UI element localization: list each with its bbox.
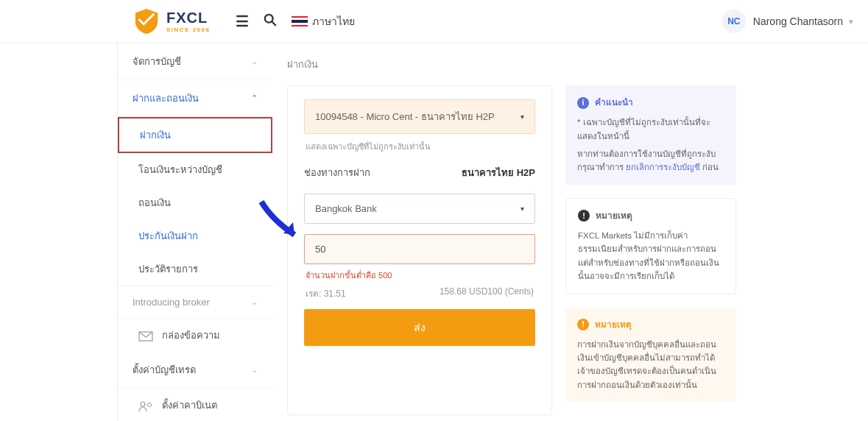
avatar: NC — [722, 10, 746, 33]
info-column: i คำแนะนำ * เฉพาะบัญชีที่ไม่ถูกระงับเท่า… — [565, 85, 736, 415]
rate-label: เรต: 31.51 — [306, 286, 346, 300]
sidebar-item-withdraw[interactable]: ถอนเงิน — [118, 186, 272, 219]
info-text: การฝากเงินจากบัญชีบุคคลอื่นและถอนเงินเข้… — [577, 338, 724, 392]
sidebar: จัดการบัญชี ⌄ ฝากและถอนเงิน ⌃ ฝากเงิน โอ… — [118, 43, 272, 421]
chevron-down-icon: ▾ — [849, 17, 853, 26]
left-margin — [0, 43, 118, 421]
envelope-icon — [138, 331, 153, 342]
info-box-tip: i คำแนะนำ * เฉพาะบัญชีที่ไม่ถูกระงับเท่า… — [565, 85, 736, 185]
user-menu[interactable]: NC Narong Chantasorn ▾ — [722, 10, 853, 33]
shield-icon — [133, 7, 160, 35]
user-name: Narong Chantasorn — [753, 15, 843, 27]
topbar: FXCL SINCE 2006 ☰ ภาษาไทย NC Narong Chan… — [0, 0, 868, 43]
submit-button[interactable]: ส่ง — [304, 309, 535, 346]
sidebar-label: Introducing broker — [133, 297, 210, 308]
sidebar-label: ประวัติรายการ — [138, 263, 198, 275]
page-title: ฝากเงิน — [287, 57, 853, 72]
sidebar-label: กล่องข้อความ — [162, 330, 220, 341]
logo-sub: SINCE 2006 — [166, 26, 210, 33]
svg-point-3 — [141, 402, 145, 406]
svg-line-1 — [272, 21, 276, 25]
error-text: จำนวนฝากขั้นต่ำคือ 500 — [306, 269, 534, 282]
sidebar-label: ประกันเงินฝาก — [138, 230, 198, 241]
sidebar-item-manage[interactable]: จัดการบัญชี ⌄ — [118, 43, 272, 80]
sidebar-label: จัดการบัญชี — [133, 54, 181, 69]
channel-label: ช่องทางการฝาก — [304, 165, 370, 180]
language-selector[interactable]: ภาษาไทย — [292, 13, 355, 29]
info-title: หมายเหตุ — [595, 318, 632, 332]
sidebar-item-history[interactable]: ประวัติรายการ — [118, 252, 272, 286]
chevron-down-icon: ⌄ — [251, 365, 258, 375]
svg-point-4 — [148, 403, 152, 406]
sidebar-item-transfer[interactable]: โอนเงินระหว่างบัญชี — [118, 153, 272, 186]
chevron-up-icon: ⌃ — [251, 93, 258, 103]
thai-flag-icon — [292, 16, 308, 26]
language-label: ภาษาไทย — [312, 13, 355, 29]
bank-select[interactable]: Bangkok Bank ▾ — [304, 194, 535, 224]
logo-main: FXCL — [166, 10, 210, 26]
channel-row: ช่องทางการฝาก ธนาคารไทย H2P — [304, 165, 535, 180]
sidebar-label: ฝากและถอนเงิน — [133, 91, 199, 106]
warn-icon: ! — [577, 319, 589, 330]
chevron-down-icon: ⌄ — [251, 297, 258, 307]
info-box-note2: ! หมายเหตุ การฝากเงินจากบัญชีบุคคลอื่นแล… — [565, 308, 736, 403]
info-text: * เฉพาะบัญชีที่ไม่ถูกระงับเท่านั้นที่จะแ… — [577, 116, 724, 143]
bank-select-value: Bangkok Bank — [315, 203, 377, 214]
gear-person-icon — [138, 400, 153, 412]
account-select-value: 10094548 - Micro Cent - ธนาคารไทย H2P — [315, 109, 495, 124]
sidebar-item-settings[interactable]: ตั้งค่าบัญชีเทรด ⌄ — [118, 352, 272, 389]
info-text: ก่อน — [700, 163, 719, 171]
sidebar-item-ib[interactable]: Introducing broker ⌄ — [118, 286, 272, 319]
sidebar-item-deposit[interactable]: ฝากเงิน — [118, 117, 272, 153]
rate-row: เรต: 31.51 158.68 USD100 (Cents) — [306, 286, 534, 300]
account-select[interactable]: 10094548 - Micro Cent - ธนาคารไทย H2P ▾ — [304, 99, 535, 134]
sidebar-label: ตั้งค่าคาบิเนต — [162, 400, 217, 411]
unlock-link[interactable]: ยกเลิกการระงับบัญชี — [626, 163, 700, 171]
info-title: คำแนะนำ — [595, 96, 633, 110]
rate-conv: 158.68 USD100 (Cents) — [440, 286, 534, 300]
sidebar-item-deposit-withdraw[interactable]: ฝากและถอนเงิน ⌃ — [118, 80, 272, 117]
sidebar-label: ตั้งค่าบัญชีเทรด — [133, 362, 196, 378]
info-box-note1: ! หมายเหตุ FXCL Markets ไม่มีการเก็บค่าธ… — [565, 198, 736, 294]
search-icon[interactable] — [264, 13, 277, 30]
account-note: แสดงเฉพาะบัญชีที่ไม่ถูกระงับเท่านั้น — [306, 140, 534, 153]
main-content: ฝากเงิน 10094548 - Micro Cent - ธนาคารไท… — [272, 43, 868, 421]
sidebar-item-cabinet[interactable]: ตั้งค่าคาบิเนต — [118, 389, 272, 421]
info-icon: i — [577, 97, 589, 109]
sidebar-item-inbox[interactable]: กล่องข้อความ — [118, 319, 272, 352]
dropdown-icon: ▾ — [521, 205, 524, 213]
amount-input[interactable] — [304, 234, 535, 264]
info-text: FXCL Markets ไม่มีการเก็บค่าธรรมเนียมสำห… — [578, 229, 724, 283]
sidebar-label: ถอนเงิน — [138, 197, 171, 208]
warn-icon: ! — [578, 210, 590, 222]
sidebar-item-insure[interactable]: ประกันเงินฝาก — [118, 219, 272, 252]
sidebar-label: ฝากเงิน — [140, 130, 171, 141]
chevron-down-icon: ⌄ — [251, 57, 258, 66]
dropdown-icon: ▾ — [521, 113, 524, 121]
deposit-form: 10094548 - Micro Cent - ธนาคารไทย H2P ▾ … — [287, 85, 552, 415]
sidebar-label: โอนเงินระหว่างบัญชี — [138, 164, 222, 175]
logo[interactable]: FXCL SINCE 2006 — [133, 7, 210, 35]
menu-icon[interactable]: ☰ — [236, 13, 249, 30]
channel-value: ธนาคารไทย H2P — [462, 165, 535, 180]
info-title: หมายเหตุ — [596, 209, 632, 223]
